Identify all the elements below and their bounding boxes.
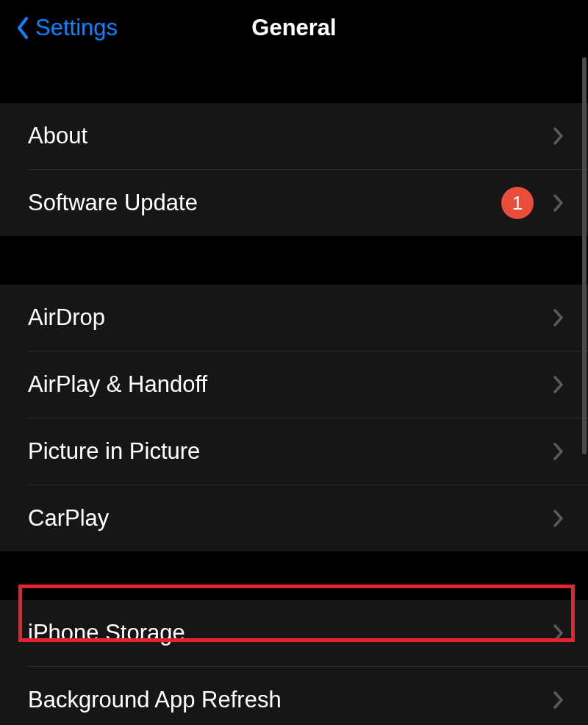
back-label: Settings (35, 15, 118, 41)
row-label: About (28, 123, 551, 149)
row-label: iPhone Storage (28, 620, 551, 646)
section-1: About Software Update 1 (0, 103, 588, 236)
back-button[interactable]: Settings (0, 15, 118, 41)
row-software-update[interactable]: Software Update 1 (0, 170, 588, 236)
row-airdrop[interactable]: AirDrop (0, 285, 588, 351)
section-3: iPhone Storage Background App Refresh (0, 600, 588, 725)
section-gap (0, 236, 588, 285)
row-carplay[interactable]: CarPlay (0, 485, 588, 551)
section-2: AirDrop AirPlay & Handoff Picture in Pic… (0, 285, 588, 551)
chevron-right-icon (551, 193, 566, 213)
navbar: Settings General (0, 0, 588, 56)
chevron-right-icon (551, 307, 566, 328)
row-label: Picture in Picture (28, 438, 551, 465)
row-iphone-storage[interactable]: iPhone Storage (0, 600, 588, 666)
chevron-left-icon (15, 15, 31, 41)
row-label: AirPlay & Handoff (28, 371, 551, 398)
content: About Software Update 1 AirDrop AirPlay … (0, 56, 588, 725)
chevron-right-icon (551, 441, 566, 462)
row-label: Software Update (28, 190, 501, 216)
row-label: CarPlay (28, 505, 551, 532)
row-label: Background App Refresh (28, 687, 551, 713)
notification-badge: 1 (501, 187, 534, 219)
page-title: General (251, 15, 336, 41)
row-about[interactable]: About (0, 103, 588, 169)
chevron-right-icon (551, 508, 566, 529)
chevron-right-icon (551, 690, 566, 710)
row-background-app-refresh[interactable]: Background App Refresh (0, 667, 588, 725)
row-label: AirDrop (28, 304, 551, 331)
chevron-right-icon (551, 126, 566, 146)
scrollbar[interactable] (582, 57, 587, 454)
row-picture-in-picture[interactable]: Picture in Picture (0, 418, 588, 485)
chevron-right-icon (551, 623, 566, 643)
row-airplay-handoff[interactable]: AirPlay & Handoff (0, 351, 588, 418)
section-gap (0, 56, 588, 103)
section-gap (0, 551, 588, 600)
chevron-right-icon (551, 374, 566, 395)
